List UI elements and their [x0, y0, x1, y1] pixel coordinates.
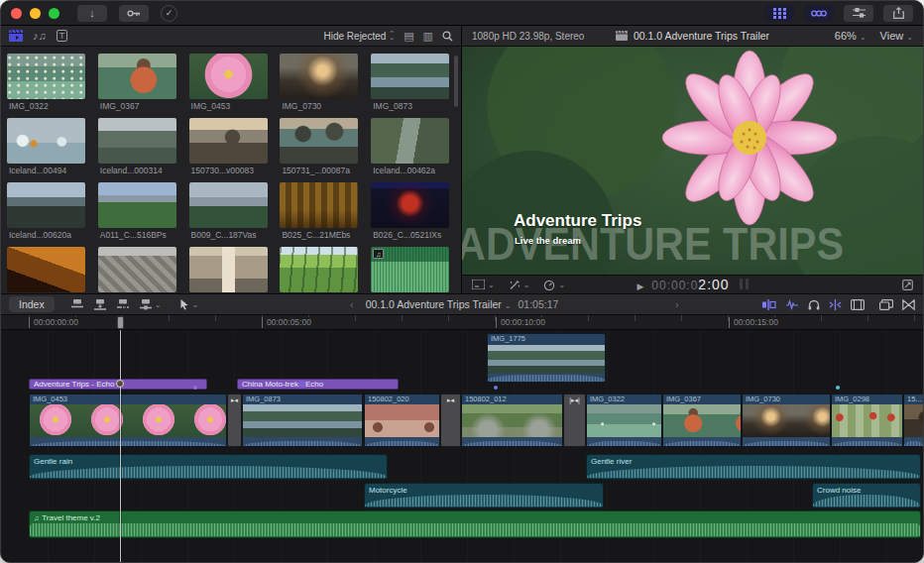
search-icon[interactable] [442, 31, 453, 42]
transition-clip[interactable]: ▸◂ [227, 394, 242, 447]
timeline-timecode: 01:05:17 [518, 298, 558, 310]
browser-clip[interactable]: IMG_0453 [189, 54, 270, 111]
browser-clip[interactable]: B026_C...0521IXs [371, 182, 451, 240]
audio-clip[interactable]: Crowd noise [812, 483, 921, 508]
trim-mode-icon[interactable] [762, 299, 776, 310]
append-edit-button[interactable] [116, 298, 130, 310]
clip-thumbnail [280, 182, 358, 228]
browser-clip[interactable]: B025_C...21MEbs [280, 182, 360, 240]
browser-clip[interactable]: 150730...v00083 [189, 118, 270, 175]
key-icon [127, 9, 141, 18]
audio-clip[interactable]: Gentle river [586, 454, 921, 480]
titles-generators-icon[interactable]: T [57, 30, 68, 42]
viewer-video-frame[interactable]: ADVENTURE TRIPS Adventure Trips Live the… [462, 47, 924, 275]
audio-clip[interactable]: ♫Travel theme v.2 [29, 510, 921, 538]
clip-thumbnail [7, 54, 85, 99]
clip-label: IMG_0730 [743, 394, 830, 404]
video-clip[interactable]: 150802_020 [364, 394, 440, 447]
clip-appearance-button[interactable] [851, 299, 865, 310]
filter-dropdown[interactable]: Hide Rejected ⌃⌄ [324, 31, 396, 42]
inspector-toggle-button[interactable] [844, 5, 873, 22]
video-clip[interactable]: 15... [903, 394, 924, 447]
transition-clip[interactable]: ▸◂ [440, 394, 461, 447]
tools-dropdown[interactable]: ⌄ [179, 298, 198, 310]
video-clip[interactable]: IMG_0453 [29, 394, 227, 447]
timeline-windows-icon[interactable] [879, 299, 893, 310]
timeline-toggle-button[interactable] [804, 5, 834, 22]
retime-dropdown[interactable]: ⌄ [543, 280, 565, 290]
share-button[interactable] [883, 5, 913, 22]
clip-thumbnail [663, 404, 741, 437]
browser-clip[interactable]: IMG_0730 [280, 54, 360, 111]
video-clip[interactable]: IMG_0730 [742, 394, 831, 447]
fullscreen-icon[interactable] [902, 280, 913, 290]
viewer-zoom-dropdown[interactable]: 66% ⌄ [835, 30, 866, 42]
browser-toggle-button[interactable] [764, 5, 794, 22]
title-clip[interactable]: China Moto-trek - Echo [237, 379, 399, 390]
close-window-button[interactable] [11, 8, 22, 19]
clip-label: IMG_0453 [30, 394, 226, 404]
play-icon[interactable]: ▶ [636, 282, 643, 291]
clip-appearance-icon[interactable]: ▤ [404, 30, 413, 43]
viewer-view-dropdown[interactable]: View ⌄ [880, 30, 913, 42]
clip-label: IMG_1775 [488, 334, 605, 345]
browser-clip[interactable]: IMG_0367 [98, 54, 178, 111]
audio-meter-bar [740, 279, 743, 289]
browser-clip[interactable]: IMG_0873 [371, 54, 451, 111]
browser-clip[interactable]: B009_C...187Vas [189, 182, 270, 240]
video-clip[interactable]: IMG_0873 [242, 394, 363, 447]
share-icon [893, 7, 904, 19]
view-options-dropdown[interactable]: ⌄ [472, 280, 495, 289]
filmstrip-view-icon[interactable]: ▥ [423, 30, 433, 43]
background-tasks-button[interactable]: ✓ [161, 5, 177, 22]
browser-clip[interactable]: 150731_...00087a [280, 118, 360, 175]
keyword-editor-button[interactable] [119, 5, 149, 22]
clip-thumbnail [98, 54, 176, 99]
overwrite-edit-button[interactable]: ⌄ [139, 298, 162, 310]
photos-audio-icon[interactable]: ♪♫ [33, 30, 47, 42]
audio-clip[interactable]: Motorcycle [364, 483, 604, 508]
browser-clip[interactable]: A011_C...516BPs [98, 182, 178, 240]
solo-headphones-icon[interactable] [808, 299, 820, 310]
clip-label: 15... [904, 394, 923, 404]
clip-waveform [365, 437, 439, 447]
browser-clip[interactable]: Iceland...000314 [98, 118, 178, 175]
timeline-project-dropdown[interactable]: 00.1.0 Adventure Trips Trailer ⌄ [366, 298, 512, 310]
transition-clip[interactable]: |▸◂| [563, 394, 586, 447]
timeline-ruler[interactable]: 00:00:00:0000:00:05:0000:00:10:0000:00:1… [1, 315, 923, 330]
browser-clip[interactable]: Iceland...00620a [7, 182, 87, 240]
audio-clip[interactable]: Gentle rain [29, 454, 388, 480]
connect-edit-button[interactable] [70, 298, 84, 310]
chevron-down-icon: ⌄ [505, 301, 512, 310]
video-clip[interactable]: IMG_0298 [831, 394, 903, 447]
minimize-window-button[interactable] [30, 8, 41, 19]
browser-clip[interactable]: Iceland...00494 [7, 118, 87, 175]
connected-clip[interactable]: IMG_1775 [487, 333, 606, 383]
browser-scrollbar[interactable] [454, 56, 458, 107]
insert-edit-button[interactable] [93, 298, 107, 310]
next-project-chevron[interactable]: › [675, 298, 679, 310]
video-clip[interactable]: IMG_0367 [662, 394, 742, 447]
media-clapperboard-icon[interactable] [9, 30, 23, 42]
playhead[interactable] [120, 330, 121, 563]
import-media-button[interactable]: ↓ [77, 5, 107, 22]
effects-dropdown[interactable]: ⌄ [509, 280, 530, 290]
audio-skimming-icon[interactable] [785, 299, 799, 310]
zoom-window-button[interactable] [49, 8, 59, 19]
magic-wand-icon [509, 280, 520, 290]
clip-label: Iceland...00462a [371, 166, 451, 175]
index-button[interactable]: Index [9, 296, 55, 312]
browser-clip[interactable]: Iceland...00462a [371, 118, 451, 175]
snapping-icon[interactable] [829, 299, 842, 310]
clip-thumbnail [189, 247, 268, 292]
playhead-handle[interactable] [117, 316, 124, 329]
video-clip[interactable]: IMG_0322 [586, 394, 662, 447]
video-clip[interactable]: 150802_012 [461, 394, 563, 447]
clip-thumbnail [371, 182, 449, 228]
fcp-window: ↓ ✓ ♪♫ [0, 0, 924, 563]
bowtie-transition-icon[interactable] [902, 299, 915, 310]
clip-thumbnail [189, 118, 268, 164]
browser-clip[interactable]: IMG_0322 [7, 54, 87, 111]
chevron-down-icon: ⌄ [155, 300, 162, 309]
keyframe-marker [193, 386, 197, 390]
